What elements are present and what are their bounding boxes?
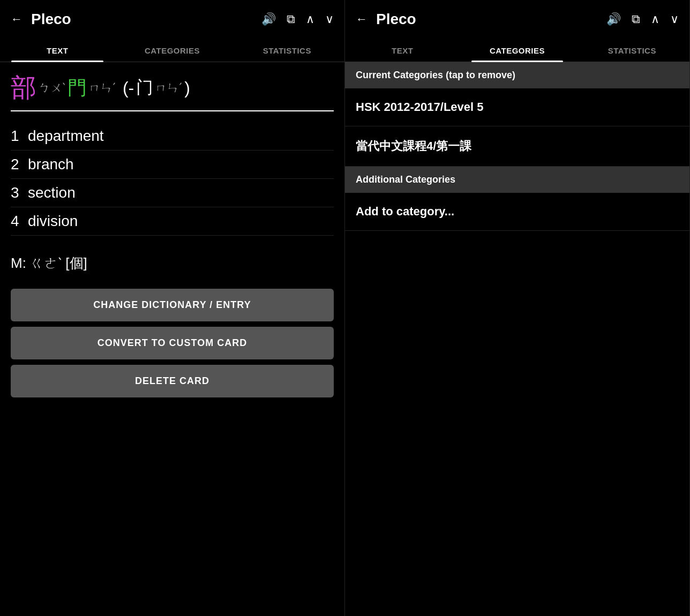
left-panel: ← Pleco 🔊 ⧉ ∧ ∨ TEXT CATEGORIES STATISTI… xyxy=(0,0,345,616)
def-num-3: 3 xyxy=(11,184,21,201)
char-men-annotation: ㄇㄣˊ xyxy=(89,80,116,96)
right-tabs: TEXT CATEGORIES STATISTICS xyxy=(345,39,689,62)
button-area: CHANGE DICTIONARY / ENTRY CONVERT TO CUS… xyxy=(11,289,334,408)
category-hsk[interactable]: HSK 2012-2017/Level 5 xyxy=(345,88,689,126)
phonetic-open: (- xyxy=(118,78,134,98)
char-men2: 门 xyxy=(136,76,153,100)
change-dictionary-button[interactable]: CHANGE DICTIONARY / ENTRY xyxy=(11,289,334,321)
chinese-heading: 部 ㄅㄨˋ 門 ㄇㄣˊ (- 门 ㄇㄣˊ ) xyxy=(11,71,334,111)
definition-list: 1 department 2 branch 3 section 4 divisi… xyxy=(11,122,334,236)
def-text-4: division xyxy=(28,213,78,230)
left-app-title: Pleco xyxy=(31,11,253,28)
left-down-icon[interactable]: ∨ xyxy=(323,10,336,28)
char-men: 門 xyxy=(68,75,87,101)
current-categories-header: Current Categories (tap to remove) xyxy=(345,62,689,88)
right-down-icon[interactable]: ∨ xyxy=(668,10,681,28)
right-panel: ← Pleco 🔊 ⧉ ∧ ∨ TEXT CATEGORIES STATISTI… xyxy=(345,0,690,616)
def-item-4: 4 division xyxy=(11,207,334,236)
right-up-icon[interactable]: ∧ xyxy=(649,10,662,28)
left-tabs: TEXT CATEGORIES STATISTICS xyxy=(0,39,344,62)
left-tab-categories[interactable]: CATEGORIES xyxy=(115,39,229,62)
char-bu: 部 xyxy=(11,71,36,105)
right-back-button[interactable]: ← xyxy=(354,10,370,28)
left-tab-text[interactable]: TEXT xyxy=(0,39,115,62)
add-to-category-button[interactable]: Add to category... xyxy=(345,193,689,231)
right-tab-statistics[interactable]: STATISTICS xyxy=(575,39,689,62)
delete-card-button[interactable]: DELETE CARD xyxy=(11,365,334,397)
left-content: 部 ㄅㄨˋ 門 ㄇㄣˊ (- 门 ㄇㄣˊ ) 1 department 2 br… xyxy=(0,62,344,616)
left-topbar: ← Pleco 🔊 ⧉ ∧ ∨ xyxy=(0,0,344,39)
def-item-2: 2 branch xyxy=(11,151,334,179)
right-tab-text[interactable]: TEXT xyxy=(345,39,460,62)
right-topbar: ← Pleco 🔊 ⧉ ∧ ∨ xyxy=(345,0,689,39)
right-tab-categories[interactable]: CATEGORIES xyxy=(460,39,574,62)
additional-categories-header: Additional Categories xyxy=(345,167,689,193)
measure-word: M: ㄍㄜˋ [個] xyxy=(11,249,334,278)
right-content: Current Categories (tap to remove) HSK 2… xyxy=(345,62,689,616)
right-volume-icon[interactable]: 🔊 xyxy=(604,10,623,28)
left-up-icon[interactable]: ∧ xyxy=(304,10,317,28)
phonetic-close: ) xyxy=(184,78,190,98)
right-external-icon[interactable]: ⧉ xyxy=(629,10,642,28)
def-num-1: 1 xyxy=(11,127,21,145)
convert-to-custom-button[interactable]: CONVERT TO CUSTOM CARD xyxy=(11,327,334,359)
char-men2-annotation: ㄇㄣˊ xyxy=(155,80,182,96)
def-text-2: branch xyxy=(28,156,74,173)
def-num-4: 4 xyxy=(11,213,21,230)
char-bu-annotation: ㄅㄨˋ xyxy=(39,80,65,96)
def-item-1: 1 department xyxy=(11,122,334,151)
def-item-3: 3 section xyxy=(11,179,334,207)
right-app-title: Pleco xyxy=(376,11,598,28)
left-external-icon[interactable]: ⧉ xyxy=(284,10,297,28)
def-text-3: section xyxy=(28,184,76,201)
left-volume-icon[interactable]: 🔊 xyxy=(259,10,278,28)
def-text-1: department xyxy=(28,127,104,145)
left-back-button[interactable]: ← xyxy=(9,10,25,28)
category-dangdai[interactable]: 當代中文課程4/第一課 xyxy=(345,126,689,167)
left-tab-statistics[interactable]: STATISTICS xyxy=(230,39,344,62)
def-num-2: 2 xyxy=(11,156,21,173)
